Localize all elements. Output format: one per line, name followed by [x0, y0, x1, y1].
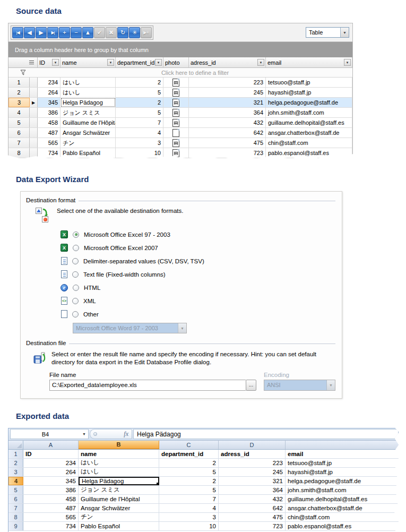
select-all-corner[interactable]	[8, 441, 23, 449]
cell-id[interactable]: 487	[38, 128, 61, 138]
row-number[interactable]: 2	[8, 88, 30, 97]
next-record-button[interactable]: ▶	[36, 27, 47, 38]
radio-button[interactable]	[73, 245, 79, 251]
sheet-cell[interactable]: 723	[219, 522, 286, 530]
radio-button[interactable]	[72, 298, 79, 304]
sheet-cell[interactable]: 264	[23, 468, 79, 476]
cell-photo[interactable]	[163, 88, 189, 97]
cell-name[interactable]: Ansgar Schwätzer	[61, 128, 116, 138]
sheet-cell[interactable]: 3	[159, 513, 219, 521]
cell-id[interactable]: 565	[38, 138, 61, 148]
table-row[interactable]: 6487Ansgar Schwätzer4642ansgar.chatterbo…	[8, 128, 352, 138]
table-row[interactable]: 1234はいし2223tetsuoo@staff.jp	[8, 78, 352, 88]
sheet-cell[interactable]: 458	[23, 495, 79, 503]
sheet-cell[interactable]: 475	[219, 513, 286, 521]
filter-button[interactable]: ✳	[129, 27, 140, 38]
sheet-cell[interactable]: 5	[159, 468, 219, 476]
cell-department-id[interactable]: 4	[116, 128, 163, 138]
cell-email[interactable]: chin@staff.com	[266, 138, 352, 148]
sheet-cell[interactable]: 234	[23, 459, 79, 467]
cell-email[interactable]: pablo.espanol@staff.es	[266, 148, 352, 158]
cell-name-box[interactable]: B4 ▼	[10, 429, 89, 439]
cell-id[interactable]: 264	[38, 88, 61, 97]
cell-email[interactable]: ansgar.chatterbox@staff.de	[266, 128, 352, 138]
sheet-cell[interactable]: チン	[79, 513, 159, 521]
cell-id[interactable]: 234	[38, 78, 61, 87]
sheet-cell[interactable]: 5	[159, 486, 219, 494]
sheet-cell[interactable]: 223	[219, 459, 286, 467]
sheet-row-header[interactable]: 8	[8, 513, 23, 521]
cell-photo[interactable]	[163, 108, 189, 117]
cell-name[interactable]: ジョン スミス	[61, 108, 116, 117]
sheet-cell[interactable]: 432	[219, 495, 286, 503]
row-number[interactable]: 3	[8, 98, 30, 107]
fx-icon[interactable]: fx	[124, 430, 128, 438]
row-number[interactable]: 8	[8, 148, 30, 158]
cell-photo[interactable]	[163, 78, 189, 87]
cell-email[interactable]: helga.pedagogue@staff.de	[266, 98, 352, 107]
table-row[interactable]: 3▶345Helga Pädagog2321helga.pedagogue@st…	[8, 98, 352, 108]
sheet-column-header-A[interactable]: A	[23, 441, 79, 449]
browse-button[interactable]: ...	[246, 380, 256, 391]
cell-name[interactable]: Guillaume de l'Hôpita	[61, 118, 116, 127]
table-row[interactable]: 5458Guillaume de l'Hôpita7432guillaume.d…	[8, 118, 352, 128]
delete-record-button[interactable]: −	[71, 27, 82, 38]
group-by-band[interactable]: Drag a column header here to group by th…	[8, 41, 352, 57]
sheet-cell[interactable]: 321	[219, 477, 286, 485]
cell-adress-id[interactable]: 321	[189, 98, 266, 107]
format-option[interactable]: Text file (Fixed-width columns)	[61, 268, 335, 281]
column-filter-arrow-icon[interactable]: ▼	[344, 59, 351, 66]
sheet-cell[interactable]: 565	[23, 513, 79, 521]
sheet-cell[interactable]: 345	[23, 477, 79, 485]
sheet-cell[interactable]: ID	[23, 450, 79, 458]
column-filter-arrow-icon[interactable]: ▼	[107, 59, 114, 66]
cell-adress-id[interactable]: 245	[189, 88, 266, 97]
sheet-cell[interactable]: pablo.espanol@staff.es	[286, 522, 400, 530]
cell-email[interactable]: hayashi@staff.jp	[266, 88, 352, 97]
sheet-cell[interactable]: 7	[159, 495, 219, 503]
sheet-cell[interactable]: 487	[23, 504, 79, 512]
cell-department-id[interactable]: 5	[116, 108, 163, 117]
sheet-cell[interactable]: はいし	[79, 459, 159, 467]
sheet-cell[interactable]: Helga Pädagog	[79, 477, 159, 485]
cell-email[interactable]: john.smith@staff.com	[266, 108, 352, 117]
radio-button[interactable]	[72, 271, 79, 278]
sheet-cell[interactable]: chin@staff.com	[286, 513, 400, 521]
first-record-button[interactable]: |◀	[12, 27, 23, 38]
sheet-cell[interactable]: 4	[159, 504, 219, 512]
cell-department-id[interactable]: 2	[116, 78, 163, 87]
column-header-department_id[interactable]: department_id▼	[116, 57, 163, 67]
table-row[interactable]: 4386ジョン スミス5364john.smith@staff.com	[8, 108, 352, 118]
cell-adress-id[interactable]: 364	[189, 108, 266, 117]
sheet-cell[interactable]: tetsuoo@staff.jp	[286, 459, 400, 467]
cell-department-id[interactable]: 5	[116, 88, 163, 97]
sheet-column-header-last[interactable]	[286, 441, 400, 449]
table-selector[interactable]: Table ▼	[306, 27, 349, 38]
table-row[interactable]: 2264はいし5245hayashi@staff.jp	[8, 88, 352, 98]
edit-record-button[interactable]: ▲	[82, 27, 93, 38]
cell-photo[interactable]	[163, 98, 189, 107]
sheet-cell[interactable]: name	[79, 450, 159, 458]
cell-adress-id[interactable]: 642	[189, 128, 266, 138]
sheet-cell[interactable]: Guillaume de l'Hôpital	[79, 495, 159, 503]
prior-record-button[interactable]: ◀	[24, 27, 35, 38]
chevron-down-icon[interactable]: ▼	[80, 432, 88, 436]
row-number[interactable]: 5	[8, 118, 30, 127]
sheet-cell[interactable]: guillaume.delhopital@staff.es	[286, 495, 400, 503]
column-header-adress_id[interactable]: adress_id▼	[189, 57, 266, 67]
cell-department-id[interactable]: 10	[116, 148, 163, 158]
table-row[interactable]: 7565チン3475chin@staff.com	[8, 138, 352, 148]
cell-photo[interactable]	[163, 138, 189, 148]
column-header-email[interactable]: email▼	[266, 57, 352, 67]
cell-name[interactable]: はいし	[61, 78, 116, 87]
cell-adress-id[interactable]: 223	[189, 78, 266, 87]
sheet-row-header[interactable]: 1	[8, 450, 23, 458]
sheet-cell[interactable]: 734	[23, 522, 79, 530]
cell-name[interactable]: Pablo Español	[61, 148, 116, 158]
column-header-name[interactable]: name▼	[61, 57, 116, 67]
cell-photo[interactable]	[163, 128, 189, 138]
radio-button[interactable]	[73, 231, 79, 238]
refresh-button[interactable]: ↻	[117, 27, 128, 38]
cell-department-id[interactable]: 2	[116, 98, 163, 107]
cell-id[interactable]: 734	[38, 148, 61, 158]
